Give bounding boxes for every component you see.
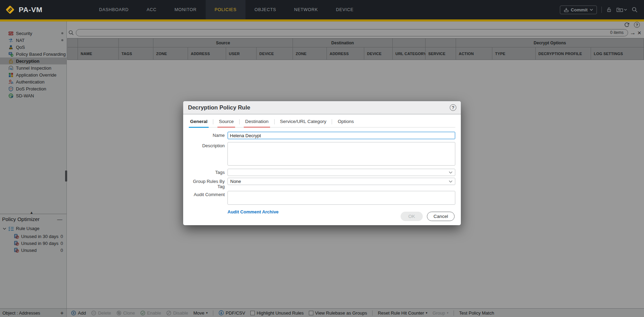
- description-label: Description: [189, 142, 225, 166]
- audit-comment-archive-link[interactable]: Audit Comment Archive: [227, 209, 279, 214]
- nav-network[interactable]: NETWORK: [285, 0, 327, 19]
- dialog-body: General Source Destination Service/URL C…: [183, 114, 461, 225]
- nav-dashboard[interactable]: DASHBOARD: [90, 0, 137, 19]
- tags-select[interactable]: [227, 169, 455, 176]
- divider: [213, 119, 213, 124]
- global-search-icon[interactable]: [632, 7, 638, 13]
- name-field[interactable]: [227, 132, 455, 139]
- divider: [601, 7, 602, 13]
- palo-alto-logo-icon: [5, 5, 15, 15]
- gold-accent-bar: [0, 19, 644, 21]
- tab-options[interactable]: Options: [337, 119, 355, 127]
- nav-monitor[interactable]: MONITOR: [166, 0, 206, 19]
- group-rules-by-tag-label: Group Rules By Tag: [189, 178, 225, 189]
- tab-service-url-category[interactable]: Service/URL Category: [279, 119, 327, 127]
- group-rules-by-tag-select[interactable]: None: [227, 178, 455, 185]
- description-field[interactable]: [227, 142, 455, 166]
- audit-comment-field[interactable]: [227, 191, 455, 205]
- decryption-policy-rule-dialog: Decryption Policy Rule ? General Source …: [183, 101, 461, 225]
- cancel-button[interactable]: Cancel: [427, 212, 455, 221]
- commit-button[interactable]: Commit: [560, 6, 597, 14]
- dialog-tabs: General Source Destination Service/URL C…: [189, 119, 455, 127]
- commit-icon: [564, 7, 569, 12]
- nav-policies[interactable]: POLICIES: [206, 0, 245, 19]
- audit-comment-label: Audit Comment: [189, 191, 225, 205]
- top-nav: PA-VM DASHBOARD ACC MONITOR POLICIES OBJ…: [0, 0, 644, 19]
- ok-button[interactable]: OK: [401, 212, 423, 221]
- tab-destination[interactable]: Destination: [244, 119, 269, 127]
- nav-device[interactable]: DEVICE: [327, 0, 363, 19]
- chevron-down-icon: [449, 180, 453, 183]
- divider: [274, 119, 275, 124]
- chevron-down-icon: [624, 9, 627, 11]
- nav-objects[interactable]: OBJECTS: [245, 0, 285, 19]
- tags-label: Tags: [189, 169, 225, 176]
- main-menu: DASHBOARD ACC MONITOR POLICIES OBJECTS N…: [90, 0, 363, 19]
- divider: [239, 119, 240, 124]
- lock-icon[interactable]: [606, 7, 612, 12]
- device-name: PA-VM: [19, 6, 43, 14]
- nav-right-tools: Commit: [560, 0, 644, 19]
- brand: PA-VM: [0, 0, 69, 19]
- tab-source[interactable]: Source: [218, 119, 234, 127]
- tab-general[interactable]: General: [189, 119, 208, 127]
- name-label: Name: [189, 132, 225, 139]
- dialog-title: Decryption Policy Rule: [188, 104, 250, 111]
- nav-acc[interactable]: ACC: [137, 0, 166, 19]
- divider: [332, 119, 332, 124]
- chevron-down-icon: [449, 171, 453, 174]
- dialog-header: Decryption Policy Rule ?: [183, 101, 461, 114]
- dialog-help-icon[interactable]: ?: [450, 104, 456, 111]
- tasks-icon[interactable]: [616, 7, 627, 12]
- chevron-down-icon: [590, 9, 593, 11]
